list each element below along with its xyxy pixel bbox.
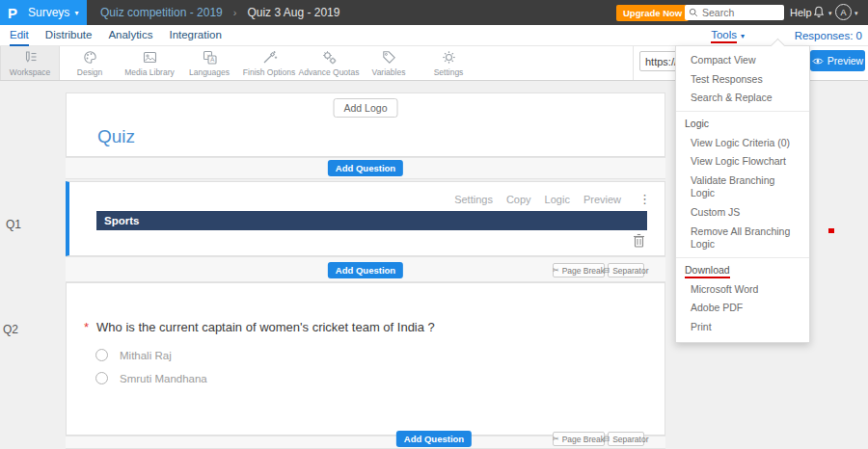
chevron-down-icon: ▾	[828, 10, 832, 17]
scissors-icon: ✂	[553, 266, 559, 275]
action-copy[interactable]: Copy	[506, 194, 531, 205]
question-card-q1[interactable]: Settings Copy Logic Preview ⋮ Sports	[66, 181, 665, 256]
menu-item-compact-view[interactable]: Compact View	[676, 51, 809, 70]
menu-item-adobe-pdf[interactable]: Adobe PDF	[676, 299, 809, 318]
delete-question-button[interactable]	[633, 233, 645, 251]
answer-option-2[interactable]: Smruti Mandhana	[95, 372, 207, 384]
breadcrumb-current: Quiz 3 Aug - 2019	[247, 6, 339, 19]
section-title-bar[interactable]: Sports	[96, 211, 647, 230]
app-logo-surveys-switcher[interactable]: P Surveys ▾	[0, 0, 87, 25]
add-logo-button[interactable]: Add Logo	[334, 98, 398, 118]
svg-text:A: A	[209, 56, 214, 64]
separator-icon: ⊟	[603, 435, 610, 443]
menu-header-download: Download	[676, 261, 809, 280]
tools-label: Tools	[711, 29, 737, 43]
menu-item-print[interactable]: Print	[676, 318, 809, 337]
radio-icon[interactable]	[95, 372, 108, 384]
add-question-button[interactable]: Add Question	[396, 431, 472, 447]
survey-header-card: Add Logo Quiz	[66, 92, 665, 157]
toolbar-item-advance-quotas[interactable]: Advance Quotas	[299, 46, 359, 80]
responses-count-link[interactable]: Responses: 0	[795, 25, 862, 46]
avatar: A	[835, 4, 852, 20]
topbar: P Surveys ▾ Quiz competition - 2019 › Qu…	[0, 0, 868, 25]
action-logic[interactable]: Logic	[545, 194, 570, 205]
annotation-red-dot	[828, 228, 834, 233]
toolbar-divider	[633, 46, 634, 80]
question-text[interactable]: Who is the current captain of women's cr…	[96, 320, 435, 334]
breadcrumb-parent[interactable]: Quiz competition - 2019	[100, 6, 223, 19]
bell-icon	[812, 5, 826, 19]
design-icon	[82, 49, 98, 66]
action-preview[interactable]: Preview	[583, 194, 621, 205]
question-actions: Settings Copy Logic Preview ⋮	[454, 192, 651, 206]
tab-edit[interactable]: Edit	[10, 25, 29, 46]
breadcrumb: Quiz competition - 2019 › Quiz 3 Aug - 2…	[100, 0, 339, 25]
page-break-button[interactable]: ✂ Page Break	[553, 263, 605, 277]
menu-item-test-responses[interactable]: Test Responses	[676, 70, 809, 90]
toolbar-item-variables[interactable]: Variables	[359, 46, 419, 80]
toolbar-item-finish-options[interactable]: Finish Options	[239, 46, 299, 80]
tools-menu-button[interactable]: Tools ▾	[711, 25, 745, 46]
add-question-button[interactable]: Add Question	[328, 160, 403, 176]
eye-icon	[812, 57, 824, 66]
help-link[interactable]: Help	[790, 7, 812, 18]
preview-button[interactable]: Preview	[810, 50, 865, 71]
scissors-icon: ✂	[553, 435, 559, 443]
insert-band-2: Add Question ✂ Page Break ⊟ Separator	[66, 256, 665, 282]
tab-distribute[interactable]: Distribute	[45, 25, 93, 46]
chevron-down-icon: ▾	[741, 32, 745, 40]
menu-divider	[676, 111, 809, 112]
toolbar-item-settings[interactable]: Settings	[419, 46, 478, 80]
section-nav: Edit Distribute Analytics Integration To…	[0, 25, 868, 46]
toolbar-item-languages[interactable]: × A Languages	[179, 46, 239, 80]
menu-item-search-replace[interactable]: Search & Replace	[676, 89, 809, 108]
settings-icon	[441, 49, 457, 66]
question-card-q2[interactable]: * Who is the current captain of women's …	[66, 282, 665, 436]
search-icon	[689, 8, 698, 17]
chevron-down-icon: ▾	[854, 10, 858, 17]
search-input[interactable]	[702, 7, 779, 18]
languages-icon: × A	[202, 49, 218, 66]
trash-icon	[633, 233, 645, 248]
separator-button[interactable]: ⊟ Separator	[608, 263, 644, 277]
advance-quotas-icon	[321, 49, 338, 66]
action-settings[interactable]: Settings	[454, 194, 493, 205]
menu-item-view-logic-criteria[interactable]: View Logic Criteria (0)	[676, 134, 809, 153]
question-number-q2: Q2	[3, 323, 18, 336]
more-options-icon[interactable]: ⋮	[638, 192, 651, 206]
survey-title[interactable]: Quiz	[97, 126, 135, 147]
page-break-button[interactable]: ✂ Page Break	[553, 432, 605, 446]
required-asterisk: *	[84, 320, 89, 334]
tab-analytics[interactable]: Analytics	[108, 25, 152, 46]
upgrade-now-button[interactable]: Upgrade Now	[616, 5, 689, 21]
tab-integration[interactable]: Integration	[169, 25, 221, 46]
menu-item-validate-branching-logic[interactable]: Validate Branching Logic	[676, 172, 809, 203]
menu-item-view-logic-flowchart[interactable]: View Logic Flowchart	[676, 152, 809, 172]
add-question-button[interactable]: Add Question	[328, 262, 403, 278]
tools-dropdown-menu: Compact View Test Responses Search & Rep…	[675, 45, 810, 343]
notifications-button[interactable]: ▾	[812, 5, 832, 19]
question-number-q1: Q1	[6, 218, 21, 231]
menu-item-microsoft-word[interactable]: Microsoft Word	[676, 280, 809, 300]
proprofs-logo-icon: P	[8, 6, 17, 20]
account-menu-button[interactable]: A ▾	[835, 4, 858, 20]
radio-icon[interactable]	[95, 349, 108, 361]
toolbar-item-media-library[interactable]: Media Library	[120, 46, 179, 80]
question-row: * Who is the current captain of women's …	[84, 320, 435, 334]
menu-item-custom-js[interactable]: Custom JS	[676, 203, 809, 223]
answer-option-1[interactable]: Mithali Raj	[95, 349, 172, 361]
variables-icon	[381, 49, 397, 66]
insert-band-1: Add Question	[66, 157, 665, 179]
media-library-icon	[142, 49, 158, 66]
breadcrumb-separator-icon: ›	[233, 7, 237, 18]
global-search[interactable]	[685, 5, 784, 20]
product-name: Surveys	[28, 6, 69, 19]
separator-button[interactable]: ⊟ Separator	[608, 432, 644, 446]
chevron-down-icon: ▾	[74, 9, 78, 17]
menu-item-remove-all-branching-logic[interactable]: Remove All Branching Logic	[676, 223, 809, 254]
toolbar-item-workspace[interactable]: Workspace	[0, 46, 60, 80]
toolbar-item-design[interactable]: Design	[60, 46, 120, 80]
menu-divider	[676, 257, 809, 258]
preview-label: Preview	[827, 55, 863, 66]
menu-header-logic: Logic	[676, 115, 809, 134]
